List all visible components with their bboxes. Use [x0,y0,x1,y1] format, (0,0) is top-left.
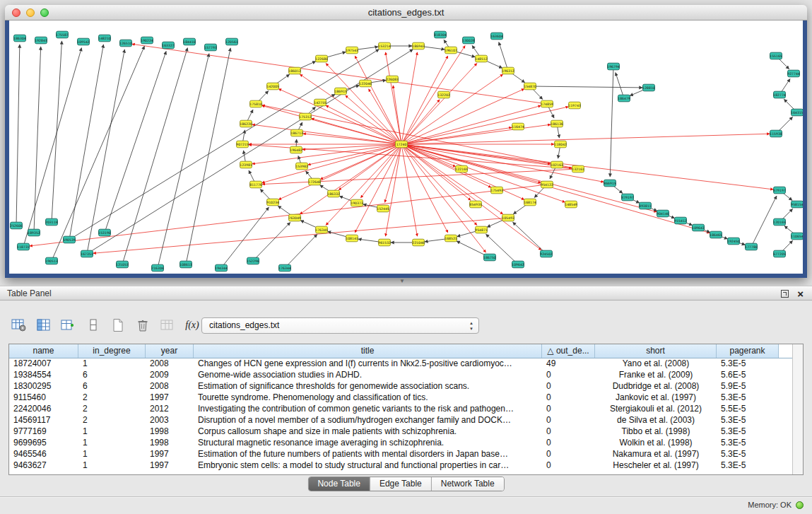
graph-node[interactable]: 811776 [249,181,262,188]
graph-node[interactable]: 186332 [327,190,340,197]
column-header-out_degree[interactable]: △ out_de... [542,344,595,358]
graph-node[interactable]: 154870 [524,83,536,90]
tab-edge-table[interactable]: Edge Table [370,477,432,491]
graph-node[interactable]: 226083 [386,76,399,83]
graph-node[interactable]: 186943 [412,42,425,49]
graph-node[interactable]: 153190 [98,229,111,236]
graph-node[interactable]: 190513 [45,257,58,264]
graph-node[interactable]: 194344 [215,264,228,271]
graph-node[interactable]: 190373 [351,199,363,206]
graph-node[interactable]: 866915 [604,180,616,187]
column-header-in_degree[interactable]: in_degree [78,344,146,358]
graph-node[interactable]: 108141 [346,235,358,242]
graph-node[interactable]: 153982 [295,163,308,170]
table-row[interactable]: 1938455462009Genome-wide association stu… [9,370,794,381]
graph-node[interactable]: 176345 [315,226,328,233]
graph-node[interactable]: 109643 [692,224,705,231]
network-table-select[interactable]: citations_edges.txt ▲▼ [201,317,479,334]
graph-node[interactable]: 203118 [45,218,58,226]
graph-node[interactable]: 910234 [266,199,279,206]
graph-node[interactable]: 164315 [791,109,803,116]
graph-node[interactable]: 168174 [524,199,536,206]
graph-node[interactable]: 163327 [162,42,175,49]
graph-node[interactable]: 216306 [151,264,164,271]
graph-node[interactable]: 120165 [773,218,786,226]
graph-node[interactable]: 174859 [541,100,553,107]
graph-node[interactable]: 163604 [490,33,503,40]
graph-node[interactable]: 904146 [657,210,669,217]
graph-node[interactable]: 105493 [502,214,514,221]
table-vertical-scrollbar[interactable] [792,344,803,474]
graph-node[interactable]: 186713 [290,129,303,136]
column-header-pagerank[interactable]: pagerank [717,344,779,358]
table-row[interactable]: 1872400712008Changes of HCN gene express… [9,358,794,370]
graph-node[interactable]: 142005 [266,83,279,90]
graph-node[interactable]: 196107 [445,47,457,54]
graph-node[interactable]: 186136 [551,120,563,127]
tab-node-table[interactable]: Node Table [308,477,370,491]
graph-node[interactable]: 175312 [299,113,312,120]
graph-node[interactable]: 153214 [378,42,391,49]
graph-node[interactable]: 186915 [334,88,347,95]
table-row[interactable]: 969969511998Structural magnetic resonanc… [9,438,794,449]
graph-node[interactable]: 130028 [462,37,475,44]
graph-node[interactable]: 148210 [98,35,111,42]
close-panel-icon[interactable]: × [797,289,804,298]
graph-node[interactable]: 109542 [77,38,90,45]
graph-node[interactable]: 102163 [551,161,563,168]
graph-node[interactable]: 763049 [288,214,301,221]
graph-node[interactable]: 818304 [434,31,447,38]
graph-node[interactable]: 924502 [540,250,553,257]
graph-node[interactable]: 186479 [618,95,630,102]
graph-node[interactable]: 157793 [204,44,217,51]
graph-node[interactable]: 192450 [727,238,740,245]
network-canvas[interactable]: 1724011804210216395412216817410549395487… [9,21,803,274]
graph-node[interactable]: 132161 [572,165,584,173]
graph-node[interactable]: 186220 [240,120,252,127]
graph-node[interactable]: 189352 [28,229,40,236]
table-row[interactable]: 1830029562008Estimation of significance … [9,381,794,392]
graph-node[interactable]: 120561 [225,38,238,45]
graph-node[interactable]: 175587 [56,31,69,38]
graph-node[interactable]: 954871 [475,226,488,233]
graph-node[interactable]: 142755 [314,99,326,106]
graph-node[interactable]: 196482 [290,146,302,153]
function-builder-icon[interactable]: f(x) [183,317,201,334]
graph-node[interactable]: 177780 [745,243,758,250]
graph-node[interactable]: 126510 [119,40,132,47]
memory-status-icon[interactable] [796,501,804,509]
column-header-year[interactable]: year [146,344,194,358]
add-column-icon[interactable] [59,317,78,334]
graph-node[interactable]: 152296 [247,257,259,264]
graph-node[interactable]: 119743 [568,102,581,109]
graph-node[interactable]: 172648 [308,178,321,185]
graph-node[interactable]: 116474 [512,123,524,130]
graph-node[interactable]: 122046 [359,80,372,87]
graph-node[interactable]: 221046 [412,239,425,246]
row-height-icon[interactable] [84,317,102,334]
column-header-short[interactable]: short [595,344,717,358]
column-header-name[interactable]: name [9,344,78,358]
graph-node[interactable]: 132202 [437,91,450,98]
graph-node[interactable]: 109642 [512,261,524,268]
graph-node[interactable]: 954122 [541,181,553,188]
graph-node[interactable]: 128810 [642,84,655,91]
graph-node[interactable]: 907215 [236,141,249,148]
graph-node[interactable]: 961532 [378,239,391,246]
graph-node[interactable]: 927744 [787,70,800,77]
tab-network-table[interactable]: Network Table [432,477,504,491]
window-titlebar[interactable]: citations_edges.txt [5,5,807,21]
graph-node[interactable]: 590539 [63,236,76,243]
graph-node[interactable]: 175493 [490,187,503,194]
import-table-icon[interactable] [158,317,177,334]
table-row[interactable]: 911546021997Tourette syndrome. Phenomeno… [9,392,794,404]
show-columns-icon[interactable] [35,317,53,334]
table-row[interactable]: 977716911998Corpus callosum shape and si… [9,426,794,438]
graph-node[interactable]: 118731 [17,243,30,250]
graph-node[interactable]: 123981 [240,161,252,168]
graph-node[interactable]: 184410 [183,38,196,45]
graph-node[interactable]: 115938 [770,130,782,137]
graph-node[interactable]: 190224 [141,37,153,44]
new-file-icon[interactable] [109,317,127,334]
graph-node[interactable]: 192843 [35,37,47,44]
